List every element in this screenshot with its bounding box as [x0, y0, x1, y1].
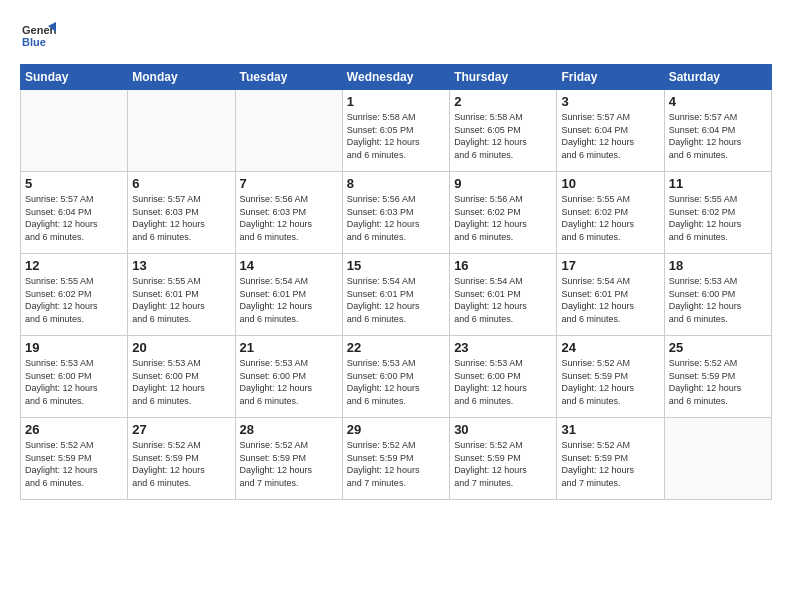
- calendar-cell: 13Sunrise: 5:55 AM Sunset: 6:01 PM Dayli…: [128, 254, 235, 336]
- day-info: Sunrise: 5:52 AM Sunset: 5:59 PM Dayligh…: [669, 357, 767, 407]
- calendar-cell: [664, 418, 771, 500]
- calendar-header-thursday: Thursday: [450, 65, 557, 90]
- calendar-cell: 29Sunrise: 5:52 AM Sunset: 5:59 PM Dayli…: [342, 418, 449, 500]
- day-info: Sunrise: 5:54 AM Sunset: 6:01 PM Dayligh…: [347, 275, 445, 325]
- calendar-header-tuesday: Tuesday: [235, 65, 342, 90]
- calendar-cell: 18Sunrise: 5:53 AM Sunset: 6:00 PM Dayli…: [664, 254, 771, 336]
- day-info: Sunrise: 5:57 AM Sunset: 6:04 PM Dayligh…: [561, 111, 659, 161]
- day-number: 3: [561, 94, 659, 109]
- day-info: Sunrise: 5:53 AM Sunset: 6:00 PM Dayligh…: [132, 357, 230, 407]
- day-number: 5: [25, 176, 123, 191]
- calendar-cell: [21, 90, 128, 172]
- calendar-week-3: 12Sunrise: 5:55 AM Sunset: 6:02 PM Dayli…: [21, 254, 772, 336]
- calendar-cell: 5Sunrise: 5:57 AM Sunset: 6:04 PM Daylig…: [21, 172, 128, 254]
- day-number: 31: [561, 422, 659, 437]
- day-info: Sunrise: 5:58 AM Sunset: 6:05 PM Dayligh…: [454, 111, 552, 161]
- day-info: Sunrise: 5:53 AM Sunset: 6:00 PM Dayligh…: [25, 357, 123, 407]
- day-info: Sunrise: 5:54 AM Sunset: 6:01 PM Dayligh…: [454, 275, 552, 325]
- calendar-cell: 9Sunrise: 5:56 AM Sunset: 6:02 PM Daylig…: [450, 172, 557, 254]
- calendar-cell: 6Sunrise: 5:57 AM Sunset: 6:03 PM Daylig…: [128, 172, 235, 254]
- day-number: 24: [561, 340, 659, 355]
- calendar-week-2: 5Sunrise: 5:57 AM Sunset: 6:04 PM Daylig…: [21, 172, 772, 254]
- day-info: Sunrise: 5:52 AM Sunset: 5:59 PM Dayligh…: [240, 439, 338, 489]
- calendar-header-monday: Monday: [128, 65, 235, 90]
- day-info: Sunrise: 5:53 AM Sunset: 6:00 PM Dayligh…: [240, 357, 338, 407]
- calendar-cell: 11Sunrise: 5:55 AM Sunset: 6:02 PM Dayli…: [664, 172, 771, 254]
- day-info: Sunrise: 5:54 AM Sunset: 6:01 PM Dayligh…: [240, 275, 338, 325]
- day-info: Sunrise: 5:57 AM Sunset: 6:04 PM Dayligh…: [669, 111, 767, 161]
- calendar-header-sunday: Sunday: [21, 65, 128, 90]
- day-info: Sunrise: 5:55 AM Sunset: 6:01 PM Dayligh…: [132, 275, 230, 325]
- day-number: 15: [347, 258, 445, 273]
- calendar-cell: 16Sunrise: 5:54 AM Sunset: 6:01 PM Dayli…: [450, 254, 557, 336]
- calendar-cell: 19Sunrise: 5:53 AM Sunset: 6:00 PM Dayli…: [21, 336, 128, 418]
- day-number: 11: [669, 176, 767, 191]
- calendar-cell: 27Sunrise: 5:52 AM Sunset: 5:59 PM Dayli…: [128, 418, 235, 500]
- day-info: Sunrise: 5:56 AM Sunset: 6:03 PM Dayligh…: [347, 193, 445, 243]
- day-info: Sunrise: 5:58 AM Sunset: 6:05 PM Dayligh…: [347, 111, 445, 161]
- calendar-cell: 22Sunrise: 5:53 AM Sunset: 6:00 PM Dayli…: [342, 336, 449, 418]
- calendar-cell: 3Sunrise: 5:57 AM Sunset: 6:04 PM Daylig…: [557, 90, 664, 172]
- calendar-cell: 30Sunrise: 5:52 AM Sunset: 5:59 PM Dayli…: [450, 418, 557, 500]
- day-number: 17: [561, 258, 659, 273]
- day-number: 14: [240, 258, 338, 273]
- day-number: 9: [454, 176, 552, 191]
- calendar-cell: 10Sunrise: 5:55 AM Sunset: 6:02 PM Dayli…: [557, 172, 664, 254]
- logo-icon: General Blue: [20, 18, 56, 54]
- calendar-cell: 2Sunrise: 5:58 AM Sunset: 6:05 PM Daylig…: [450, 90, 557, 172]
- day-number: 22: [347, 340, 445, 355]
- calendar: SundayMondayTuesdayWednesdayThursdayFrid…: [20, 64, 772, 500]
- calendar-cell: 15Sunrise: 5:54 AM Sunset: 6:01 PM Dayli…: [342, 254, 449, 336]
- calendar-cell: 12Sunrise: 5:55 AM Sunset: 6:02 PM Dayli…: [21, 254, 128, 336]
- day-number: 19: [25, 340, 123, 355]
- logo: General Blue: [20, 18, 60, 54]
- day-info: Sunrise: 5:52 AM Sunset: 5:59 PM Dayligh…: [561, 439, 659, 489]
- calendar-week-5: 26Sunrise: 5:52 AM Sunset: 5:59 PM Dayli…: [21, 418, 772, 500]
- calendar-cell: 23Sunrise: 5:53 AM Sunset: 6:00 PM Dayli…: [450, 336, 557, 418]
- day-info: Sunrise: 5:56 AM Sunset: 6:03 PM Dayligh…: [240, 193, 338, 243]
- day-info: Sunrise: 5:52 AM Sunset: 5:59 PM Dayligh…: [561, 357, 659, 407]
- calendar-cell: 14Sunrise: 5:54 AM Sunset: 6:01 PM Dayli…: [235, 254, 342, 336]
- day-number: 30: [454, 422, 552, 437]
- day-number: 29: [347, 422, 445, 437]
- day-number: 7: [240, 176, 338, 191]
- calendar-header-wednesday: Wednesday: [342, 65, 449, 90]
- day-number: 18: [669, 258, 767, 273]
- day-info: Sunrise: 5:57 AM Sunset: 6:04 PM Dayligh…: [25, 193, 123, 243]
- day-info: Sunrise: 5:55 AM Sunset: 6:02 PM Dayligh…: [669, 193, 767, 243]
- day-info: Sunrise: 5:54 AM Sunset: 6:01 PM Dayligh…: [561, 275, 659, 325]
- day-number: 12: [25, 258, 123, 273]
- calendar-cell: [235, 90, 342, 172]
- day-number: 8: [347, 176, 445, 191]
- calendar-header-saturday: Saturday: [664, 65, 771, 90]
- day-number: 20: [132, 340, 230, 355]
- calendar-cell: 8Sunrise: 5:56 AM Sunset: 6:03 PM Daylig…: [342, 172, 449, 254]
- calendar-cell: 7Sunrise: 5:56 AM Sunset: 6:03 PM Daylig…: [235, 172, 342, 254]
- day-number: 2: [454, 94, 552, 109]
- calendar-cell: 1Sunrise: 5:58 AM Sunset: 6:05 PM Daylig…: [342, 90, 449, 172]
- day-number: 10: [561, 176, 659, 191]
- calendar-cell: 24Sunrise: 5:52 AM Sunset: 5:59 PM Dayli…: [557, 336, 664, 418]
- calendar-header-row: SundayMondayTuesdayWednesdayThursdayFrid…: [21, 65, 772, 90]
- calendar-cell: 17Sunrise: 5:54 AM Sunset: 6:01 PM Dayli…: [557, 254, 664, 336]
- day-info: Sunrise: 5:52 AM Sunset: 5:59 PM Dayligh…: [132, 439, 230, 489]
- day-info: Sunrise: 5:52 AM Sunset: 5:59 PM Dayligh…: [25, 439, 123, 489]
- page: General Blue SundayMondayTuesdayWednesda…: [0, 0, 792, 510]
- day-number: 16: [454, 258, 552, 273]
- calendar-cell: 28Sunrise: 5:52 AM Sunset: 5:59 PM Dayli…: [235, 418, 342, 500]
- day-info: Sunrise: 5:53 AM Sunset: 6:00 PM Dayligh…: [454, 357, 552, 407]
- calendar-cell: 20Sunrise: 5:53 AM Sunset: 6:00 PM Dayli…: [128, 336, 235, 418]
- svg-text:Blue: Blue: [22, 36, 46, 48]
- calendar-cell: 21Sunrise: 5:53 AM Sunset: 6:00 PM Dayli…: [235, 336, 342, 418]
- calendar-week-4: 19Sunrise: 5:53 AM Sunset: 6:00 PM Dayli…: [21, 336, 772, 418]
- day-number: 4: [669, 94, 767, 109]
- day-info: Sunrise: 5:55 AM Sunset: 6:02 PM Dayligh…: [561, 193, 659, 243]
- day-info: Sunrise: 5:55 AM Sunset: 6:02 PM Dayligh…: [25, 275, 123, 325]
- day-info: Sunrise: 5:56 AM Sunset: 6:02 PM Dayligh…: [454, 193, 552, 243]
- calendar-header-friday: Friday: [557, 65, 664, 90]
- calendar-cell: 4Sunrise: 5:57 AM Sunset: 6:04 PM Daylig…: [664, 90, 771, 172]
- day-number: 25: [669, 340, 767, 355]
- calendar-cell: [128, 90, 235, 172]
- day-number: 28: [240, 422, 338, 437]
- day-number: 6: [132, 176, 230, 191]
